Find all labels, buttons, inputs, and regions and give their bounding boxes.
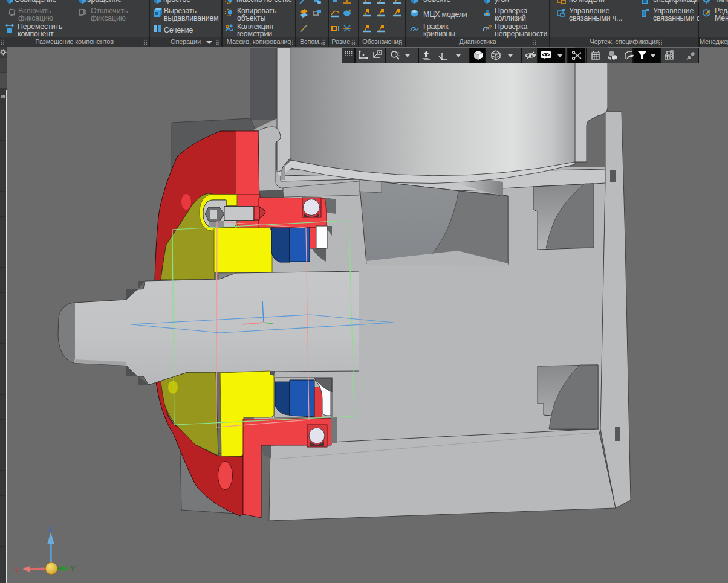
svg-text:Z: Z: [47, 524, 53, 533]
svg-text:?: ?: [489, 24, 492, 30]
svg-text:X: X: [13, 565, 19, 574]
svg-text:Y: Y: [70, 565, 76, 573]
